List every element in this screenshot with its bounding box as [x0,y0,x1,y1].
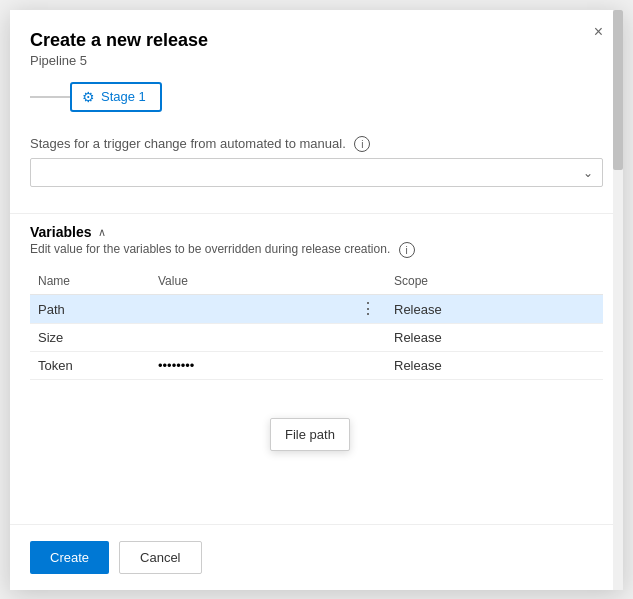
variables-description: Edit value for the variables to be overr… [30,242,603,258]
cell-name: Token [30,352,150,380]
stage-line [30,96,70,98]
file-path-tooltip: File path [270,418,350,451]
cell-dots: ⋮ [350,295,386,324]
tooltip-text: File path [285,427,335,442]
table-header-row: Name Value Scope [30,270,603,295]
table-body: Path ⋮ Release Size Release Token [30,295,603,380]
collapse-icon[interactable]: ∧ [98,226,106,239]
value-input[interactable] [158,330,342,345]
cell-name: Path [30,295,150,324]
create-release-dialog: × Create a new release Pipeline 5 ⚙ Stag… [10,10,623,590]
scrollbar-track[interactable] [613,10,623,590]
trigger-section: Stages for a trigger change from automat… [10,136,623,204]
stage-box[interactable]: ⚙ Stage 1 [70,82,162,112]
cell-value[interactable] [150,295,350,324]
variables-section: Variables ∧ Edit value for the variables… [10,224,623,380]
trigger-label: Stages for a trigger change from automat… [30,136,603,153]
pipeline-stage-area: ⚙ Stage 1 [10,82,623,136]
cell-name: Size [30,324,150,352]
cell-scope: Release [386,295,603,324]
dots-button[interactable]: ⋮ [358,301,378,317]
table-row: Size Release [30,324,603,352]
col-header-dots [350,270,386,295]
dialog-header: Create a new release Pipeline 5 [10,10,623,82]
table-row: Token Release [30,352,603,380]
stage-icon: ⚙ [82,89,95,105]
cancel-button[interactable]: Cancel [119,541,201,574]
table-row: Path ⋮ Release [30,295,603,324]
cell-value[interactable] [150,352,350,380]
col-header-scope: Scope [386,270,603,295]
create-button[interactable]: Create [30,541,109,574]
trigger-info-icon[interactable]: i [354,136,370,152]
cell-dots [350,352,386,380]
variables-header: Variables ∧ [30,224,603,240]
trigger-dropdown[interactable] [30,158,603,187]
value-input[interactable] [158,358,342,373]
cell-scope: Release [386,352,603,380]
col-header-name: Name [30,270,150,295]
table-head: Name Value Scope [30,270,603,295]
variables-table: Name Value Scope Path ⋮ Release [30,270,603,380]
divider [10,213,623,214]
close-button[interactable]: × [588,22,609,42]
cell-scope: Release [386,324,603,352]
stage-connector: ⚙ Stage 1 [30,82,603,112]
dialog-title: Create a new release [30,30,603,51]
dialog-subtitle: Pipeline 5 [30,53,603,68]
col-header-value: Value [150,270,350,295]
cell-value[interactable] [150,324,350,352]
cell-dots [350,324,386,352]
value-input[interactable] [158,302,342,317]
trigger-dropdown-wrapper: ⌄ [30,158,603,187]
variables-title: Variables [30,224,92,240]
dialog-footer: Create Cancel [10,524,623,590]
variables-info-icon[interactable]: i [399,242,415,258]
stage-name: Stage 1 [101,89,146,104]
scrollbar-thumb[interactable] [613,10,623,170]
